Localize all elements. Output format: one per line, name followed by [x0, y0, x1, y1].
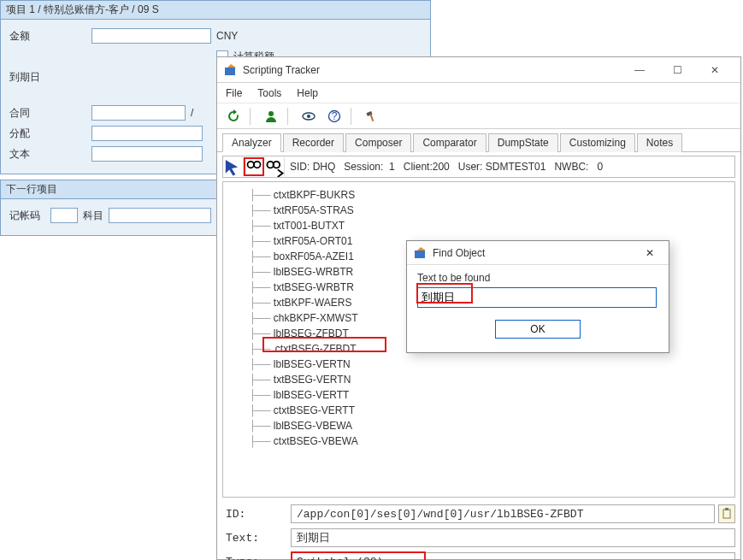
tab-composer[interactable]: Composer	[345, 133, 411, 152]
tree-item[interactable]: ├── ctxtBSEG-VBEWA	[249, 433, 734, 449]
menu-tools[interactable]: Tools	[257, 87, 281, 99]
menubar: File Tools Help	[217, 83, 740, 103]
account-input[interactable]	[109, 208, 211, 223]
tree-item[interactable]: ├── lblBSEG-VBEWA	[249, 418, 734, 433]
session-info: SID: DHQ Session: 1 Client:200 User: SDM…	[285, 161, 603, 173]
tab-comparator[interactable]: Comparator	[413, 133, 486, 152]
tracker-titlebar[interactable]: Scripting Tracker — ☐ ✕	[217, 57, 740, 83]
maximize-button[interactable]: ☐	[658, 58, 696, 82]
panel-title: 项目 1 / 特别总账借方-客户 / 09 S	[1, 1, 430, 20]
tree-item[interactable]: ├── lblBSEG-VERTN	[249, 357, 734, 372]
user-icon[interactable]	[262, 107, 280, 126]
tab-dumpstate[interactable]: DumpState	[488, 133, 558, 152]
tab-customizing[interactable]: Customizing	[560, 133, 635, 152]
tree-item[interactable]: ├── ctxtBKPF-BUKRS	[249, 187, 734, 203]
tree-item[interactable]: ├── txtBSEG-VERTN	[249, 372, 734, 387]
text-label: 文本	[6, 147, 91, 162]
tab-recorder[interactable]: Recorder	[283, 133, 344, 152]
refresh-icon[interactable]	[224, 107, 243, 126]
svg-point-3	[307, 115, 310, 118]
due-label: 到期日	[6, 70, 91, 85]
minimize-button[interactable]: —	[621, 58, 658, 82]
tab-analyzer[interactable]: Analyzer	[222, 133, 281, 152]
currency-text: CNY	[216, 30, 238, 42]
svg-point-1	[268, 111, 274, 116]
find-object-dialog: Find Object ✕ Text to be found OK	[406, 240, 669, 353]
tracker-title: Scripting Tracker	[243, 64, 621, 76]
tabstrip: Analyzer Recorder Composer Comparator Du…	[217, 129, 740, 152]
account-label: 科目	[83, 209, 103, 223]
tree-item[interactable]: ├── ctxtBSEG-VERTT	[249, 403, 734, 418]
prop-type-label: Type:	[222, 556, 291, 561]
svg-text:?: ?	[332, 110, 338, 122]
toolbar: ?	[217, 103, 740, 129]
dialog-field-label: Text to be found	[417, 272, 658, 284]
alloc-input[interactable]	[91, 126, 203, 141]
svg-rect-15	[415, 251, 425, 258]
postkey-label: 记帐码	[6, 209, 50, 223]
alloc-label: 分配	[6, 127, 91, 141]
menu-file[interactable]: File	[226, 87, 242, 99]
dialog-app-icon	[414, 246, 428, 260]
amount-label: 金额	[6, 29, 91, 44]
svg-point-9	[254, 162, 261, 168]
dialog-titlebar[interactable]: Find Object ✕	[407, 241, 669, 265]
properties-pane: ID: /app/con[0]/ses[0]/wnd[0]/usr/lblBSE…	[222, 502, 735, 559]
ok-button[interactable]: OK	[495, 320, 581, 339]
svg-point-8	[248, 162, 255, 168]
prop-id-value[interactable]: /app/con[0]/ses[0]/wnd[0]/usr/lblBSEG-ZF…	[291, 504, 715, 523]
text-input[interactable]	[91, 146, 203, 162]
menu-help[interactable]: Help	[297, 87, 318, 99]
tree-item[interactable]: ├── txtT001-BUTXT	[249, 218, 734, 233]
contract-label: 合同	[6, 106, 91, 121]
svg-rect-0	[225, 68, 235, 75]
hammer-icon[interactable]	[363, 107, 381, 126]
help-icon[interactable]: ?	[325, 107, 344, 126]
prop-type-value[interactable]: GuiLabel (30)	[291, 552, 735, 560]
tree-item[interactable]: ├── lblBSEG-VERTT	[249, 387, 734, 403]
prop-id-label: ID:	[222, 508, 291, 521]
close-button[interactable]: ✕	[696, 58, 734, 82]
dialog-title: Find Object	[433, 247, 638, 259]
tab-notes[interactable]: Notes	[637, 133, 682, 152]
find-text-input[interactable]	[417, 287, 657, 308]
dialog-close-button[interactable]: ✕	[638, 247, 662, 259]
contract-input[interactable]	[91, 105, 186, 121]
prop-text-label: Text:	[222, 532, 291, 545]
copy-id-button[interactable]	[718, 504, 735, 523]
postkey-input[interactable]	[50, 208, 78, 223]
svg-rect-7	[369, 113, 374, 121]
analyzer-toolbar: SID: DHQ Session: 1 Client:200 User: SDM…	[222, 156, 735, 178]
svg-rect-14	[725, 508, 728, 510]
find-next-icon[interactable]	[264, 157, 285, 176]
prop-text-value[interactable]: 到期日	[291, 528, 735, 547]
tree-item[interactable]: ├── txtRF05A-STRAS	[249, 203, 734, 218]
eye-icon[interactable]	[299, 107, 318, 126]
app-icon	[224, 63, 238, 77]
contract-slash: /	[191, 107, 193, 119]
find-icon[interactable]	[244, 157, 264, 176]
amount-input[interactable]	[91, 28, 211, 44]
pointer-icon[interactable]	[223, 157, 244, 176]
svg-rect-13	[723, 510, 730, 518]
